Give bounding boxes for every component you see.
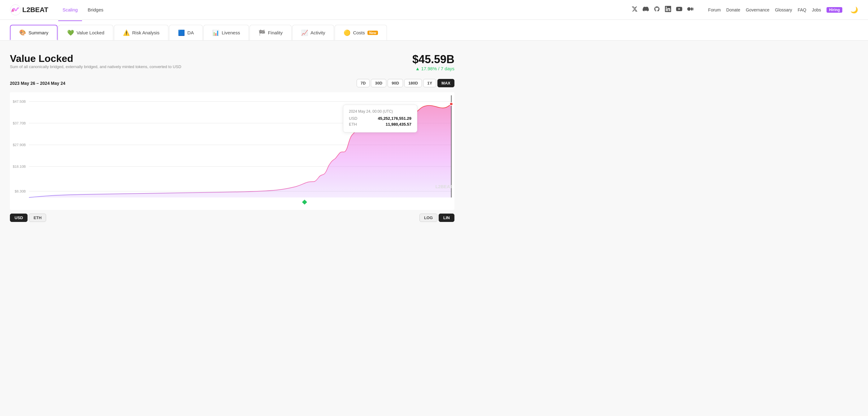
svg-text:$8.30B: $8.30B <box>15 189 26 193</box>
value-locked-change: ▲ 17.98% / 7 days <box>412 66 455 71</box>
chart-bottom-controls: USD ETH LOG LIN <box>10 214 455 222</box>
tab-liveness[interactable]: 📊 Liveness <box>204 25 249 40</box>
nav-forum[interactable]: Forum <box>708 7 721 12</box>
tooltip-date: 2024 May 24, 00:00 (UTC) <box>349 109 411 114</box>
right-nav: Forum Donate Governance Glossary FAQ Job… <box>708 6 858 13</box>
linkedin-icon[interactable] <box>665 6 671 13</box>
period-1y[interactable]: 1Y <box>423 79 436 87</box>
value-locked-header: Value Locked Sum of all canonically brid… <box>10 53 455 76</box>
period-buttons: 7D 30D 90D 180D 1Y MAX <box>356 79 455 87</box>
svg-text:$27.90B: $27.90B <box>13 143 26 147</box>
tooltip-eth-value: 11,980,435.57 <box>386 122 411 127</box>
currency-buttons: USD ETH <box>10 214 46 222</box>
youtube-icon[interactable] <box>676 6 682 13</box>
period-90d[interactable]: 90D <box>388 79 403 87</box>
svg-text:L2BEAT: L2BEAT <box>435 184 452 189</box>
logo[interactable]: L2BEAT <box>10 4 48 15</box>
costs-new-badge: New <box>367 31 378 35</box>
x-icon[interactable] <box>631 6 638 13</box>
svg-point-13 <box>450 102 453 105</box>
period-30d[interactable]: 30D <box>371 79 386 87</box>
period-180d[interactable]: 180D <box>404 79 422 87</box>
da-icon: 🟦 <box>178 29 185 36</box>
liveness-icon: 📊 <box>212 29 219 36</box>
dark-mode-toggle[interactable]: 🌙 <box>850 6 858 13</box>
nav-donate[interactable]: Donate <box>726 7 740 12</box>
tab-summary[interactable]: 🎨 Summary <box>10 25 58 40</box>
risk-analysis-icon: ⚠️ <box>123 29 130 36</box>
social-icons <box>631 6 693 13</box>
value-locked-title-section: Value Locked Sum of all canonically brid… <box>10 53 181 76</box>
scale-lin[interactable]: LIN <box>439 214 455 222</box>
scale-log[interactable]: LOG <box>420 214 437 222</box>
tab-value-locked[interactable]: 💚 Value Locked <box>58 25 113 40</box>
nav-jobs[interactable]: Jobs <box>812 7 821 12</box>
main-content: Value Locked Sum of all canonically brid… <box>0 40 464 232</box>
svg-text:$18.10B: $18.10B <box>13 165 26 168</box>
tab-da[interactable]: 🟦 DA <box>169 25 203 40</box>
chart-controls: 2023 May 26 – 2024 May 24 7D 30D 90D 180… <box>10 79 455 87</box>
nav-link-bridges[interactable]: Bridges <box>83 5 108 15</box>
tooltip-usd-label: USD <box>349 116 357 121</box>
value-locked-amount: $45.59B <box>412 53 455 66</box>
finality-icon: 🏁 <box>258 29 265 36</box>
tab-costs[interactable]: 🟡 Costs New <box>335 25 387 40</box>
logo-text: L2BEAT <box>22 6 48 14</box>
nav-link-scaling[interactable]: Scaling <box>58 5 82 15</box>
tooltip-eth-label: ETH <box>349 122 357 127</box>
value-locked-subtitle: Sum of all canonically bridged, external… <box>10 64 181 69</box>
svg-point-1 <box>12 9 14 12</box>
logo-icon <box>10 4 21 15</box>
tabs-container: 🎨 Summary 💚 Value Locked ⚠️ Risk Analysi… <box>0 20 868 40</box>
nav-governance[interactable]: Governance <box>746 7 769 12</box>
nav-glossary[interactable]: Glossary <box>775 7 792 12</box>
tooltip-usd-row: USD 45,252,176,551.29 <box>349 116 411 121</box>
currency-eth[interactable]: ETH <box>29 214 46 222</box>
github-icon[interactable] <box>654 6 660 13</box>
tooltip-eth-row: ETH 11,980,435.57 <box>349 122 411 127</box>
scale-buttons: LOG LIN <box>420 214 455 222</box>
hiring-badge[interactable]: Hiring <box>827 7 842 13</box>
tab-risk-analysis[interactable]: ⚠️ Risk Analysis <box>114 25 168 40</box>
svg-text:$37.70B: $37.70B <box>13 121 26 125</box>
tabs: 🎨 Summary 💚 Value Locked ⚠️ Risk Analysi… <box>10 25 858 40</box>
currency-usd[interactable]: USD <box>10 214 28 222</box>
period-7d[interactable]: 7D <box>356 79 370 87</box>
period-max[interactable]: MAX <box>437 79 455 87</box>
navbar: L2BEAT Scaling Bridges Forum Donate Gove… <box>0 0 868 20</box>
chart-area: $47.50B $37.70B $27.90B $18.10B $8.30B L… <box>10 92 455 210</box>
date-range: 2023 May 26 – 2024 May 24 <box>10 81 65 86</box>
chart-tooltip: 2024 May 24, 00:00 (UTC) USD 45,252,176,… <box>343 105 417 132</box>
nav-links: Scaling Bridges <box>58 5 108 15</box>
value-locked-amount-section: $45.59B ▲ 17.98% / 7 days <box>412 53 455 71</box>
activity-icon: 📈 <box>301 29 308 36</box>
chart-diamond <box>302 200 307 204</box>
tab-finality[interactable]: 🏁 Finality <box>249 25 291 40</box>
tooltip-usd-value: 45,252,176,551.29 <box>378 116 411 121</box>
value-locked-title: Value Locked <box>10 53 181 64</box>
summary-icon: 🎨 <box>19 29 26 36</box>
medium-icon[interactable] <box>687 6 693 13</box>
svg-text:$47.50B: $47.50B <box>13 100 26 103</box>
discord-icon[interactable] <box>643 6 649 13</box>
value-locked-icon: 💚 <box>67 29 74 36</box>
tab-activity[interactable]: 📈 Activity <box>292 25 334 40</box>
costs-icon: 🟡 <box>344 29 350 36</box>
nav-faq[interactable]: FAQ <box>798 7 806 12</box>
